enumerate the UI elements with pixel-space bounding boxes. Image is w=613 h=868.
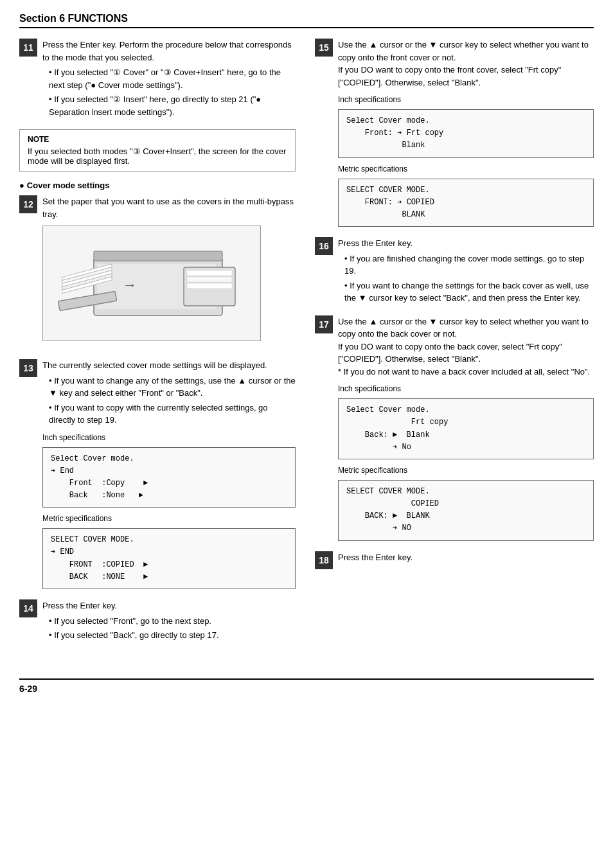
page-number: 6-29 <box>19 684 37 694</box>
svg-rect-12 <box>187 283 232 288</box>
note-text: If you selected both modes "③ Cover+Inse… <box>28 146 287 166</box>
step-17-content: Use the ▲ cursor or the ▼ cursor key to … <box>338 315 594 542</box>
bottom-bar: 6-29 <box>19 678 594 694</box>
step-14-content: Press the Enter key. If you selected "Fr… <box>42 599 296 644</box>
cover-mode-header: ● Cover mode settings <box>19 181 296 190</box>
step-17-metric-label: Metric specifications <box>338 465 594 476</box>
step-15-metric-label: Metric specifications <box>338 163 594 175</box>
step-18: 18 Press the Enter key. <box>315 551 594 569</box>
step-14: 14 Press the Enter key. If you selected … <box>19 599 296 644</box>
step-12-main: Set the paper that you want to use as th… <box>42 195 296 220</box>
step-11-bullet-2: If you selected "② Insert" here, go dire… <box>49 93 296 118</box>
step-15: 15 Use the ▲ cursor or the ▼ cursor key … <box>315 39 594 228</box>
bypass-tray-diagram: → <box>42 226 261 341</box>
bullet-dot: ● <box>19 181 24 190</box>
step-14-bullet-1: If you selected "Front", go to the next … <box>49 615 296 628</box>
step-16-number: 16 <box>315 237 333 255</box>
step-11-number: 11 <box>19 39 37 57</box>
step-15-metric-screen: SELECT COVER MODE. FRONT: ➔ COPIED BLANK <box>338 179 594 227</box>
step-18-number: 18 <box>315 551 333 569</box>
step-15-inch-screen: Select Cover mode. Front: ➔ Frt copy Bla… <box>338 109 594 158</box>
step-13-inch-label: Inch specifications <box>42 432 296 443</box>
step-13-metric-label: Metric specifications <box>42 513 296 524</box>
step-13-content: The currently selected cover mode settin… <box>42 359 296 590</box>
cover-mode-label: Cover mode settings <box>27 181 110 190</box>
svg-text:→: → <box>123 277 137 293</box>
step-15-inch-label: Inch specifications <box>338 94 594 105</box>
step-17-main: Use the ▲ cursor or the ▼ cursor key to … <box>338 315 594 378</box>
svg-rect-13 <box>94 251 222 261</box>
step-15-main: Use the ▲ cursor or the ▼ cursor key to … <box>338 39 594 89</box>
step-18-content: Press the Enter key. <box>338 551 594 569</box>
step-11: 11 Press the Enter key. Perform the proc… <box>19 39 296 120</box>
step-12: 12 Set the paper that you want to use as… <box>19 195 296 350</box>
step-12-content: Set the paper that you want to use as th… <box>42 195 296 350</box>
step-17-metric-screen: SELECT COVER MODE. COPIED BACK: ► BLANK … <box>338 480 594 541</box>
step-14-bullet-2: If you selected "Back", go directly to s… <box>49 629 296 642</box>
step-13-number: 13 <box>19 359 37 377</box>
step-17-inch-screen: Select Cover mode. Frt copy Back: ► Blan… <box>338 398 594 459</box>
step-16: 16 Press the Enter key. If you are finis… <box>315 237 594 306</box>
diagram-svg: → <box>55 232 248 335</box>
step-17-inch-label: Inch specifications <box>338 383 594 394</box>
note-box: NOTE If you selected both modes "③ Cover… <box>19 129 296 172</box>
step-15-number: 15 <box>315 39 333 57</box>
step-16-main: Press the Enter key. <box>338 237 594 250</box>
step-13-metric-screen: SELECT COVER MODE. ➔ END FRONT :COPIED ►… <box>42 528 296 589</box>
step-16-bullet-1: If you are finished changing the cover m… <box>344 252 594 278</box>
step-11-bullet-1: If you selected "① Cover" or "③ Cover+In… <box>49 66 296 91</box>
step-11-main: Press the Enter key. Perform the procedu… <box>42 39 296 64</box>
step-17: 17 Use the ▲ cursor or the ▼ cursor key … <box>315 315 594 542</box>
step-13: 13 The currently selected cover mode set… <box>19 359 296 590</box>
svg-rect-11 <box>187 277 232 282</box>
section-header: Section 6 FUNCTIONS <box>19 13 594 28</box>
step-13-main: The currently selected cover mode settin… <box>42 359 296 372</box>
step-17-number: 17 <box>315 315 333 333</box>
step-14-number: 14 <box>19 599 37 617</box>
step-18-main: Press the Enter key. <box>338 551 594 564</box>
step-11-content: Press the Enter key. Perform the procedu… <box>42 39 296 120</box>
step-16-content: Press the Enter key. If you are finished… <box>338 237 594 306</box>
step-13-inch-screen: Select Cover mode. ➔ End Front :Copy ► B… <box>42 447 296 508</box>
note-title: NOTE <box>28 135 287 144</box>
step-12-number: 12 <box>19 195 37 213</box>
svg-rect-10 <box>187 270 232 276</box>
step-15-content: Use the ▲ cursor or the ▼ cursor key to … <box>338 39 594 228</box>
step-13-bullet-1: If you want to change any of the setting… <box>49 375 296 400</box>
step-14-main: Press the Enter key. <box>42 599 296 612</box>
step-16-bullet-2: If you want to change the settings for t… <box>344 279 594 305</box>
step-13-bullet-2: If you want to copy with the currently s… <box>49 402 296 427</box>
